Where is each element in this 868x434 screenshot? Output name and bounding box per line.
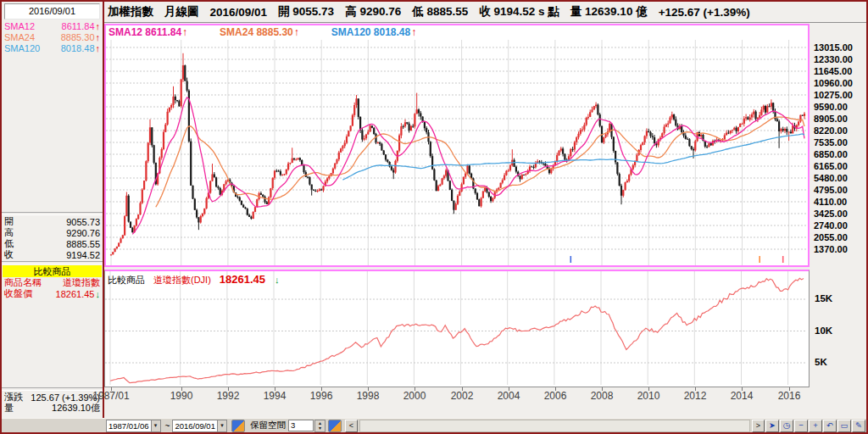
quote-header: 加權指數月線圖2016/09/01開 9055.73高 9290.76低 888… xyxy=(104,2,866,23)
clock-icon[interactable]: ◷ xyxy=(780,420,793,432)
header-item-4: 高 9290.76 xyxy=(345,4,401,19)
legend-item: SMA120 8018.48↑ xyxy=(331,26,416,38)
undo-icon[interactable]: ↶ xyxy=(823,420,837,432)
fit-icon[interactable]: ▭ xyxy=(837,420,851,432)
ohlc-row-value: 9055.73 xyxy=(66,217,100,227)
sidebar-date-box[interactable]: 2016/09/01 xyxy=(4,3,100,19)
compare-chart[interactable]: 比較商品 道瓊指數(DJI) 18261.45 ↓ xyxy=(104,270,810,387)
app-window: 2016/09/01 SMA128611.84↑SMA248885.30↑SMA… xyxy=(0,0,868,434)
compare-tick-label: 10K xyxy=(815,326,832,336)
header-item-1: 月線圖 xyxy=(164,4,199,19)
header-item-7: 量 12639.10 億 xyxy=(570,4,648,19)
to-date-combo[interactable]: 2016/09/01 ▾ xyxy=(172,420,227,432)
compare-close-value: 18261.45↓ xyxy=(56,289,100,299)
price-axis: 13015.0012330.0011645.0010960.0010275.00… xyxy=(811,24,865,267)
ma-legend: SMA12 8611.84↑SMA24 8885.30↑SMA120 8018.… xyxy=(108,26,416,38)
ohlc-row-label: 收 xyxy=(4,248,14,261)
compare-tick-label: 15K xyxy=(815,293,832,303)
candlestick-plot[interactable] xyxy=(106,25,808,265)
time-tick-label: 2014 xyxy=(718,390,765,402)
reserve-space-input[interactable]: 3 xyxy=(288,420,314,431)
up-arrow-icon: ↑ xyxy=(96,32,101,42)
compare-tick-label: 5K xyxy=(815,357,827,367)
time-tick-label: 2010 xyxy=(625,390,672,402)
price-tick-label: 12330.00 xyxy=(814,54,853,64)
dropdown-icon[interactable]: ▾ xyxy=(151,420,160,431)
main-column: 加權指數月線圖2016/09/01開 9055.73高 9290.76低 888… xyxy=(104,2,866,419)
price-tick-label: 10960.00 xyxy=(814,78,853,88)
time-tick-label: 2016 xyxy=(765,390,813,402)
compare-section-header: 比較商品 xyxy=(3,265,102,277)
price-tick-label: 3425.00 xyxy=(814,209,848,219)
down-arrow-icon: ↓ xyxy=(275,275,280,285)
sma-row: SMA1208018.48↑ xyxy=(2,42,103,53)
divider xyxy=(2,212,103,215)
up-arrow-icon: ↑ xyxy=(294,26,299,38)
legend-item: SMA24 8885.30↑ xyxy=(220,26,299,38)
sma-row: SMA128611.84↑ xyxy=(2,20,103,31)
volume-value: 12639.10億 xyxy=(52,402,100,415)
price-tick-label: 1370.00 xyxy=(814,244,848,254)
time-tick-label: 2002 xyxy=(438,390,486,402)
price-tick-label: 6165.00 xyxy=(814,161,848,171)
price-tick-label: 13015.00 xyxy=(814,42,853,53)
legend-item: SMA12 8611.84↑ xyxy=(108,26,187,38)
volume-label: 量 xyxy=(4,402,14,415)
candlestick-chart[interactable]: SMA12 8611.84↑SMA24 8885.30↑SMA120 8018.… xyxy=(104,24,810,267)
time-tick-label: 1994 xyxy=(251,390,298,402)
price-tick-label: 5480.00 xyxy=(814,173,848,183)
from-date-value: 1987/01/06 xyxy=(107,421,151,431)
price-tick-label: 9590.00 xyxy=(814,102,848,112)
up-arrow-icon: ↑ xyxy=(96,43,101,53)
pointer-icon[interactable]: ➤ xyxy=(765,420,779,432)
sma-row-label: SMA120 xyxy=(4,43,40,53)
scroll-right-button[interactable]: > xyxy=(752,420,765,432)
compare-name-value: 道瓊指數 xyxy=(63,276,100,289)
header-item-0: 加權指數 xyxy=(108,4,153,19)
zoom-in-icon[interactable]: + xyxy=(809,420,822,432)
hand-icon[interactable] xyxy=(328,420,342,432)
price-tick-label: 10275.00 xyxy=(814,90,853,100)
compare-close-label: 收盤價 xyxy=(4,287,32,300)
spinner-down-icon[interactable]: ▾ xyxy=(315,426,325,431)
scroll-left-button[interactable]: < xyxy=(345,420,358,432)
sidebar: 2016/09/01 SMA128611.84↑SMA248885.30↑SMA… xyxy=(2,2,104,419)
zoom-out-icon[interactable]: − xyxy=(794,420,808,432)
ohlc-row: 高9290.76 xyxy=(2,227,103,238)
time-tick-label: 1996 xyxy=(298,390,345,402)
time-tick-label: 1992 xyxy=(204,390,252,402)
up-arrow-icon: ↑ xyxy=(411,26,416,38)
time-tick-label: 2004 xyxy=(485,390,532,402)
ohlc-row: 開9055.73 xyxy=(2,216,103,227)
dropdown-icon[interactable]: ▾ xyxy=(217,420,226,431)
time-tick-label: 2000 xyxy=(391,390,438,402)
to-date-value: 2016/09/01 xyxy=(173,421,217,431)
header-item-6: 收 9194.52 s 點 xyxy=(479,4,559,19)
header-item-5: 低 8885.55 xyxy=(412,4,468,19)
from-date-combo[interactable]: 1987/01/06 ▾ xyxy=(106,420,161,432)
time-tick-label: 1987/01 xyxy=(87,390,135,402)
time-tick-label: 2006 xyxy=(531,390,579,402)
compare-plot[interactable] xyxy=(105,271,807,385)
price-tick-label: 4795.00 xyxy=(814,185,848,195)
sma-row-value: 8611.84↑ xyxy=(62,21,100,31)
divider xyxy=(2,261,103,264)
up-arrow-icon: ↑ xyxy=(182,26,187,38)
header-item-3: 開 9055.73 xyxy=(278,4,334,19)
sma-row-label: SMA12 xyxy=(4,21,35,31)
ohlc-row-value: 9194.52 xyxy=(66,250,100,260)
draw-icon[interactable]: ✎ xyxy=(852,420,865,432)
price-tick-label: 11645.00 xyxy=(814,66,852,76)
compare-last-value: 18261.45 xyxy=(220,273,265,286)
price-tick-label: 8905.00 xyxy=(814,114,848,124)
reserve-space-label: 保留空間 xyxy=(250,420,286,431)
time-axis: 1987/01199019921994199619982000200220042… xyxy=(104,387,810,403)
compare-axis: 15K10K5K xyxy=(811,270,865,387)
hand-icon[interactable] xyxy=(231,420,245,432)
ohlc-row: 低8885.55 xyxy=(2,238,103,249)
up-arrow-icon: ↑ xyxy=(96,21,101,31)
reserve-space-spinner[interactable]: ▴ ▾ xyxy=(314,420,326,432)
scrollbar-track[interactable] xyxy=(359,420,750,432)
header-item-2: 2016/09/01 xyxy=(210,6,268,19)
sidebar-spacer xyxy=(2,299,103,387)
